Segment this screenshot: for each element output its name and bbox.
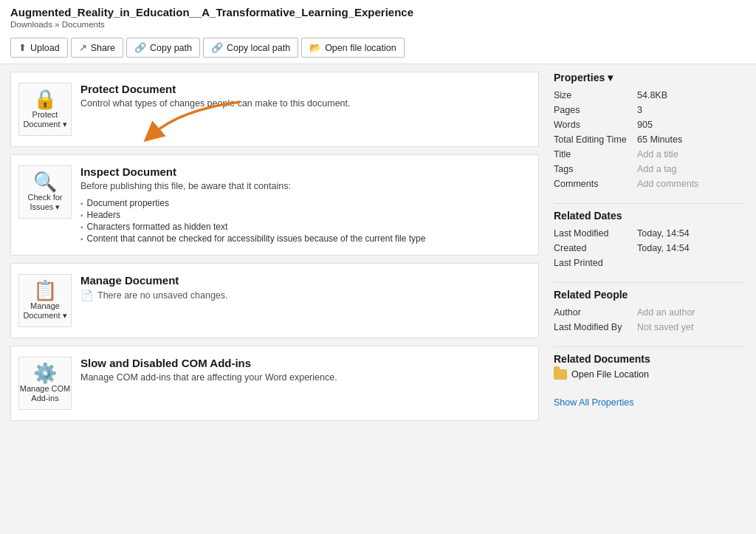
com-body: Slow and Disabled COM Add-ins Manage COM… <box>80 357 528 388</box>
com-title: Slow and Disabled COM Add-ins <box>80 357 528 369</box>
inspect-desc: Before publishing this file, be aware th… <box>80 181 528 191</box>
prop-label-last-modified-by: Last Modified By <box>554 322 631 332</box>
breadcrumb-documents: Documents <box>62 20 105 29</box>
breadcrumb-downloads: Downloads <box>10 20 52 29</box>
prop-value-words: 905 <box>637 120 746 130</box>
related-documents-title: Related Documents <box>554 353 746 365</box>
com-desc: Manage COM add-ins that are affecting yo… <box>80 372 528 383</box>
related-doc-item[interactable]: Open File Location <box>554 369 746 380</box>
copy-path-icon: 🔗 <box>134 42 146 53</box>
prop-value-last-modified: Today, 14:54 <box>637 228 746 239</box>
related-dates-title: Related Dates <box>554 210 746 222</box>
prop-value-pages: 3 <box>637 105 746 115</box>
share-label: Share <box>91 43 115 53</box>
protect-desc: Control what types of changes people can… <box>80 98 528 109</box>
prop-row-title: Title Add a title <box>554 147 746 162</box>
left-panel: 🔒 ProtectDocument ▾ Protect Document Con… <box>10 72 539 428</box>
prop-row-editing-time: Total Editing Time 65 Minutes <box>554 132 746 147</box>
inspect-icon: 🔍 <box>33 172 57 191</box>
related-dates-section: Related Dates Last Modified Today, 14:54… <box>554 210 746 270</box>
related-people-section: Related People Author Add an author Last… <box>554 289 746 335</box>
main-content: 🔒 ProtectDocument ▾ Protect Document Con… <box>0 64 756 436</box>
share-button[interactable]: ↗ Share <box>71 38 123 58</box>
protect-icon-label: ProtectDocument ▾ <box>23 110 66 129</box>
upload-icon: ⬆ <box>18 42 27 53</box>
prop-value-last-printed <box>637 258 746 268</box>
prop-label-author: Author <box>554 307 631 318</box>
manage-title: Manage Document <box>80 274 528 287</box>
breadcrumb: Downloads » Documents <box>10 20 746 29</box>
open-file-location-icon: 📂 <box>309 42 321 53</box>
manage-body: Manage Document 📄 There are no unsaved c… <box>80 274 528 301</box>
related-documents-section: Related Documents Open File Location <box>554 353 746 380</box>
prop-value-size: 54.8KB <box>637 90 746 100</box>
toolbar: ⬆ Upload ↗ Share 🔗 Copy path 🔗 Copy loca… <box>10 33 746 64</box>
manage-note-text: There are no unsaved changes. <box>97 290 228 301</box>
open-file-location-button[interactable]: 📂 Open file location <box>301 38 405 58</box>
properties-section: Properties ▾ Size 54.8KB Pages 3 Words 9… <box>554 72 746 191</box>
inspect-icon-label: Check forIssues ▾ <box>27 193 62 212</box>
com-icon-box[interactable]: ⚙️ Manage COMAdd-ins <box>18 357 72 410</box>
prop-label-editing-time: Total Editing Time <box>554 134 631 145</box>
breadcrumb-sep: » <box>52 20 62 29</box>
prop-value-title[interactable]: Add a title <box>637 149 746 160</box>
prop-row-size: Size 54.8KB <box>554 88 746 103</box>
header-area: Augmented_Reality_in_Education__A_Transf… <box>0 0 756 64</box>
inspect-item-3: Characters formatted as hidden text <box>80 221 528 233</box>
prop-row-tags: Tags Add a tag <box>554 162 746 177</box>
divider-2 <box>554 282 746 283</box>
prop-row-last-printed: Last Printed <box>554 256 746 270</box>
com-icon: ⚙️ <box>33 363 57 383</box>
inspect-section: 🔍 Check forIssues ▾ Inspect Document Bef… <box>10 154 539 256</box>
prop-row-comments: Comments Add comments <box>554 177 746 191</box>
prop-value-created: Today, 14:54 <box>637 243 746 253</box>
manage-note-icon: 📄 <box>80 290 93 301</box>
copy-local-path-label: Copy local path <box>227 43 290 53</box>
properties-rows: Size 54.8KB Pages 3 Words 905 Total Edit… <box>554 88 746 191</box>
manage-icon: 📋 <box>33 281 57 300</box>
inspect-item-1: Document properties <box>80 197 528 209</box>
folder-icon <box>554 369 567 380</box>
manage-note: 📄 There are no unsaved changes. <box>80 290 528 301</box>
doc-title: Augmented_Reality_in_Education__A_Transf… <box>10 6 746 18</box>
prop-value-tags[interactable]: Add a tag <box>637 164 746 174</box>
inspect-body: Inspect Document Before publishing this … <box>80 165 528 244</box>
lock-icon: 🔒 <box>33 89 57 109</box>
upload-label: Upload <box>30 43 60 53</box>
divider-3 <box>554 346 746 347</box>
prop-row-last-modified-by: Last Modified By Not saved yet <box>554 320 746 335</box>
inspect-list: Document properties Headers Characters f… <box>80 197 528 244</box>
copy-path-button[interactable]: 🔗 Copy path <box>126 38 200 58</box>
copy-path-label: Copy path <box>150 43 192 53</box>
prop-row-last-modified: Last Modified Today, 14:54 <box>554 226 746 241</box>
prop-label-title: Title <box>554 149 631 160</box>
prop-value-comments[interactable]: Add comments <box>637 179 746 189</box>
prop-row-author: Author Add an author <box>554 305 746 320</box>
inspect-title: Inspect Document <box>80 165 528 178</box>
prop-label-comments: Comments <box>554 179 631 189</box>
protect-icon-box[interactable]: 🔒 ProtectDocument ▾ <box>18 83 72 136</box>
prop-value-author[interactable]: Add an author <box>637 307 746 318</box>
right-panel: Properties ▾ Size 54.8KB Pages 3 Words 9… <box>554 72 746 428</box>
manage-icon-label: ManageDocument ▾ <box>23 301 66 321</box>
show-all-properties-link[interactable]: Show All Properties <box>554 397 633 408</box>
share-icon: ↗ <box>79 42 87 53</box>
copy-local-path-button[interactable]: 🔗 Copy local path <box>203 38 298 58</box>
properties-title: Properties ▾ <box>554 72 746 83</box>
copy-local-path-icon: 🔗 <box>211 42 223 53</box>
related-people-title-text: Related People <box>554 289 628 301</box>
prop-label-tags: Tags <box>554 164 631 174</box>
prop-label-last-modified: Last Modified <box>554 228 631 239</box>
inspect-icon-box[interactable]: 🔍 Check forIssues ▾ <box>18 165 72 219</box>
manage-icon-box[interactable]: 📋 ManageDocument ▾ <box>18 274 72 327</box>
related-dates-title-text: Related Dates <box>554 210 622 222</box>
inspect-item-4: Content that cannot be checked for acces… <box>80 233 528 244</box>
manage-section: 📋 ManageDocument ▾ Manage Document 📄 The… <box>10 263 539 338</box>
related-people-title: Related People <box>554 289 746 301</box>
prop-label-pages: Pages <box>554 105 631 115</box>
upload-button[interactable]: ⬆ Upload <box>10 38 68 58</box>
open-file-location-label: Open file location <box>325 43 396 53</box>
prop-row-pages: Pages 3 <box>554 103 746 117</box>
divider-1 <box>554 203 746 204</box>
protect-body: Protect Document Control what types of c… <box>80 83 528 114</box>
